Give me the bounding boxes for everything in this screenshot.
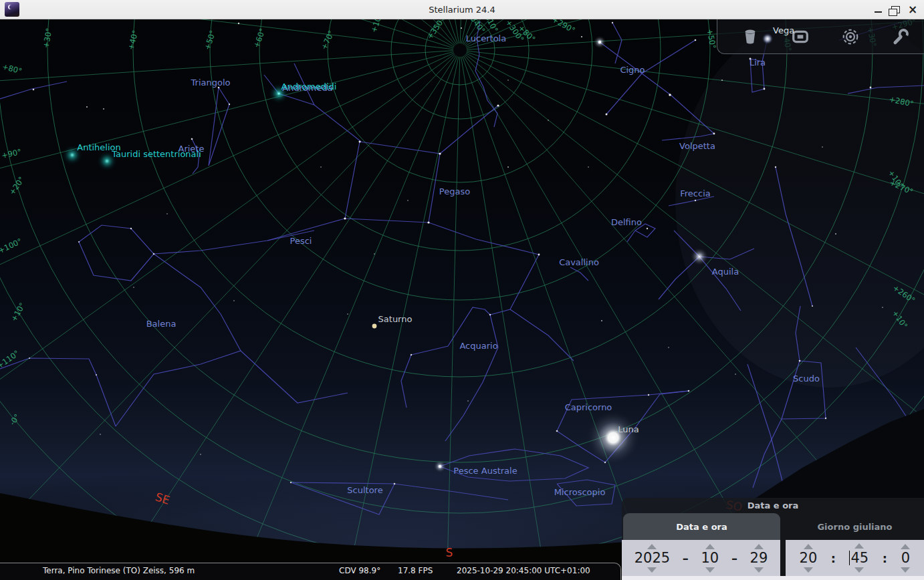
sky-label-balena[interactable]: Balena [146,319,177,329]
status-fov: CDV 98.9° [339,566,380,575]
sky-label-tauridi-settentrionali[interactable]: Tauridi settentrionali [112,149,201,159]
sky-view[interactable]: +30°+40°+50°+60°+70°+10°+350°+340°+310°+… [0,0,924,580]
sky-label-cigno[interactable]: Cigno [620,65,645,75]
sky-label-cavallino[interactable]: Cavallino [559,257,599,267]
datetime-dialog: Data e ora Data e ora Giorno giuliano 20… [622,498,924,580]
sky-label-delfino[interactable]: Delfino [611,217,642,227]
sky-label-lucertola[interactable]: Lucertola [466,33,506,43]
star [166,213,168,214]
year-value: 2025 [634,551,670,565]
star [153,253,154,255]
star [695,39,697,41]
text-caret [849,551,850,565]
hour-up-arrow[interactable] [804,544,813,549]
sky-label-acquario[interactable]: Acquario [459,341,497,351]
selected-star-vega[interactable]: Vega [762,25,816,45]
sky-label-aquila[interactable]: Aquila [712,267,739,277]
day-down-arrow[interactable] [754,567,764,573]
star [78,241,80,243]
wrench-icon[interactable] [892,28,909,45]
minimize-button[interactable] [869,0,887,19]
sky-canvas[interactable] [0,0,924,580]
vega-star-label[interactable]: Vega [773,25,794,35]
star [669,94,671,96]
sky-label-freccia[interactable]: Freccia [680,188,710,198]
sky-label-lira[interactable]: Lira [749,57,766,67]
year-down-arrow[interactable] [647,567,657,573]
star [33,89,35,91]
sky-label-saturno[interactable]: Saturno [378,314,413,324]
date-separator: – [683,551,689,565]
constellation-line [570,267,588,281]
day-up-arrow[interactable] [754,544,764,549]
star [191,138,193,140]
star [233,300,235,301]
star [799,360,801,362]
year-up-arrow[interactable] [647,544,657,549]
star [812,305,813,307]
year-spinner[interactable]: 2025 [634,544,670,573]
star [96,374,97,376]
sky-label-pesce-australe[interactable]: Pesce Australe [453,466,517,476]
star [825,418,826,419]
restore-button[interactable] [887,0,904,19]
star [835,233,836,235]
status-datetime[interactable]: 2025-10-29 20:45:00 UTC+01:00 [457,566,590,575]
star [427,221,429,223]
stellarium-window: +30°+40°+50°+60°+70°+10°+350°+340°+310°+… [0,0,924,580]
sky-label-andromedidi[interactable]: Andromedidi [281,82,337,92]
constellation-line [606,40,695,114]
trash-icon[interactable] [741,28,759,45]
time-spinner-panel: 20 : 45 : 0 [786,540,924,576]
month-value: 10 [701,551,719,565]
month-down-arrow[interactable] [705,567,715,573]
star [103,108,104,110]
day-spinner[interactable]: 29 [750,544,768,573]
minute-value: 45 [849,551,869,565]
star [238,23,239,24]
sky-label-scultore[interactable]: Scultore [347,485,382,495]
constellation-line [510,309,574,361]
tab-date-time[interactable]: Data e ora [623,513,780,540]
hour-value: 20 [800,551,818,565]
sky-label-microscopio[interactable]: Microscopio [554,487,606,497]
minute-up-arrow[interactable] [854,543,864,549]
star [411,354,412,355]
close-button[interactable]: × [904,0,921,19]
status-location[interactable]: Terra, Pino Torinese (TO) Zeiss, 596 m [43,566,195,575]
tab-julian-day[interactable]: Giorno giuliano [786,513,924,540]
day-value: 29 [750,551,768,565]
second-spinner[interactable]: 0 [901,544,910,573]
vega-star-glow[interactable] [762,33,773,44]
second-up-arrow[interactable] [901,544,910,549]
second-value: 0 [901,551,910,565]
sky-label-volpetta[interactable]: Volpetta [679,141,715,151]
status-fps: 17.8 FPS [398,566,433,575]
star [648,394,649,396]
second-down-arrow[interactable] [901,567,910,573]
sky-label-scudo[interactable]: Scudo [793,374,820,384]
hour-down-arrow[interactable] [804,567,813,573]
constellation-line [116,351,348,426]
minute-down-arrow[interactable] [854,567,864,573]
sky-label-pegaso[interactable]: Pegaso [439,186,470,196]
star [822,146,823,148]
month-spinner[interactable]: 10 [701,544,719,573]
star [735,374,736,375]
minute-spinner[interactable]: 45 [849,543,869,573]
month-up-arrow[interactable] [705,544,715,549]
constellation-line [411,255,539,355]
star [695,200,696,201]
sky-label-luna[interactable]: Luna [618,424,639,434]
star [320,166,322,168]
sky-label-triangolo[interactable]: Triangolo [191,78,231,88]
title-bar[interactable]: Stellarium 24.4 × [0,0,924,19]
star [467,400,469,402]
star [497,104,499,106]
hour-spinner[interactable]: 20 [800,544,818,573]
sky-label-capricorno[interactable]: Capricorno [565,402,612,412]
sky-label-pesci[interactable]: Pesci [290,236,312,246]
star [29,357,30,359]
datetime-dialog-title[interactable]: Data e ora [622,498,924,513]
target-icon[interactable] [842,28,859,45]
